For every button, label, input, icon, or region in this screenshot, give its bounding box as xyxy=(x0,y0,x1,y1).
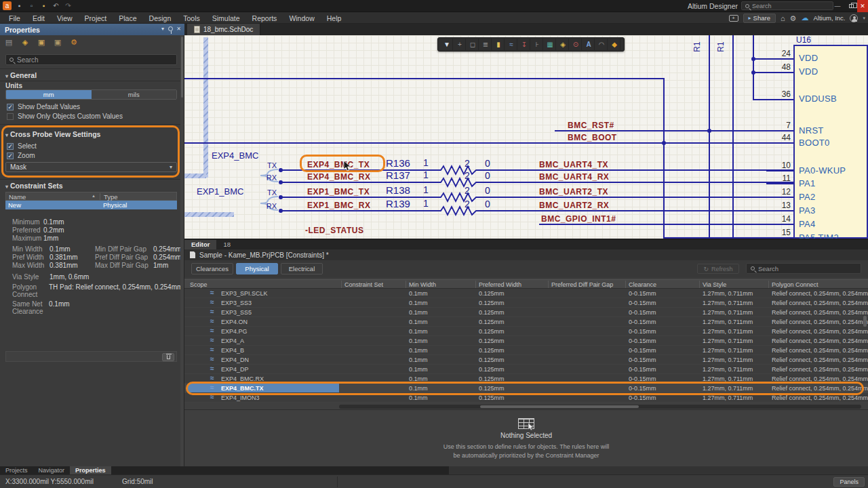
close-button[interactable]: ✕ xyxy=(857,0,868,12)
wire[interactable] xyxy=(663,78,665,239)
resistor-designator[interactable]: R1 xyxy=(692,41,702,52)
tab-projects[interactable]: Projects xyxy=(0,466,33,474)
units-option-mils[interactable]: mils xyxy=(92,90,177,99)
column-scope[interactable]: Scope xyxy=(190,281,208,288)
avatar[interactable] xyxy=(850,14,858,22)
resistor-designator[interactable]: R1 xyxy=(716,41,726,52)
tab-electrical[interactable]: Electrical xyxy=(281,263,323,274)
align-icon[interactable]: ≣ xyxy=(480,39,492,50)
menu-view[interactable]: View xyxy=(51,14,79,22)
bus-line[interactable] xyxy=(203,37,208,178)
column-min-width[interactable]: Min Width xyxy=(409,281,436,288)
pin-wire[interactable] xyxy=(766,183,793,184)
wire[interactable] xyxy=(483,210,793,211)
cross-probe-zoom-checkbox[interactable]: ✓ Zoom xyxy=(7,152,35,159)
wire[interactable] xyxy=(184,78,663,79)
pin-wire[interactable] xyxy=(766,130,793,131)
save-all-icon[interactable]: ▫ xyxy=(27,1,36,10)
constraint-set-input[interactable] xyxy=(5,351,177,362)
wire[interactable] xyxy=(555,130,793,131)
section-general[interactable]: ▾General xyxy=(5,71,37,79)
column-via-style[interactable]: Via Style xyxy=(703,281,726,288)
editor-tab[interactable]: Editor xyxy=(184,240,216,249)
wire[interactable] xyxy=(753,58,793,60)
menu-reports[interactable]: Reports xyxy=(246,14,283,22)
bus-line[interactable] xyxy=(184,212,234,217)
menu-window[interactable]: Window xyxy=(283,14,320,22)
menu-help[interactable]: Help xyxy=(321,14,348,22)
resistor-symbol[interactable] xyxy=(437,164,483,176)
net-label[interactable]: EXP4_BMC_RX xyxy=(307,172,371,182)
column-clearance[interactable]: Clearance xyxy=(629,281,656,288)
share-button[interactable]: ▸ Share xyxy=(743,14,776,23)
column-type[interactable]: Type xyxy=(104,193,118,201)
panel-menu-icon[interactable]: ▾ xyxy=(161,26,164,32)
wire[interactable] xyxy=(732,35,734,239)
pin-wire[interactable] xyxy=(766,210,793,211)
menu-project[interactable]: Project xyxy=(79,14,113,22)
menu-simulate[interactable]: Simulate xyxy=(206,14,246,22)
section-cross-probe[interactable]: ▾Cross Probe View Settings xyxy=(5,130,100,138)
open-document-icon[interactable]: ▪ xyxy=(39,1,48,10)
filter-icon[interactable]: ▼ xyxy=(441,39,453,50)
net-label[interactable]: BMC_BOOT xyxy=(568,133,617,142)
menu-design[interactable]: Design xyxy=(143,14,178,22)
bus-line[interactable] xyxy=(184,174,206,178)
table-row[interactable]: ≈EXP3_SPI.SCLK0.1mm0.125mm0-0.15mm1.27mm… xyxy=(184,289,868,298)
net-label-icon[interactable]: ◈ xyxy=(557,39,569,50)
wire[interactable] xyxy=(280,197,437,198)
ic-designator[interactable]: U16 xyxy=(796,35,811,45)
table-row[interactable]: ≈EXP3_SS50.1mm0.125mm0-0.15mm1.27mm, 0.7… xyxy=(184,308,868,317)
column-polygon-connect[interactable]: Polygon Connect xyxy=(772,281,818,288)
delete-button[interactable] xyxy=(162,353,174,361)
menu-tools[interactable]: Tools xyxy=(177,14,206,22)
vertical-scrollbar[interactable] xyxy=(863,289,867,403)
scrollbar-thumb[interactable] xyxy=(863,316,867,327)
net-label[interactable]: EXP1_BMC_TX xyxy=(307,187,370,197)
save-icon[interactable]: ▪ xyxy=(15,1,24,10)
global-search-input[interactable]: Search xyxy=(741,1,833,10)
gear-icon[interactable]: ⚙ xyxy=(790,14,797,23)
directive-icon[interactable]: ⊙ xyxy=(570,39,582,50)
altium-logo-icon[interactable]: a xyxy=(3,1,12,10)
section-constraint-sets[interactable]: ▾Constraint Sets xyxy=(5,182,63,190)
menu-place[interactable]: Place xyxy=(113,14,142,22)
menu-file[interactable]: File xyxy=(3,14,26,22)
grid-view-icon[interactable]: ▤ xyxy=(4,37,14,47)
wire[interactable] xyxy=(483,197,793,198)
panels-button[interactable]: Panels xyxy=(833,477,865,487)
undo-icon[interactable]: ↶ xyxy=(52,1,60,10)
settings-gear-icon[interactable]: ⚙ xyxy=(69,37,79,47)
resistor-designator[interactable]: R139 xyxy=(386,198,410,209)
column-name[interactable]: Name xyxy=(9,193,26,201)
pin-wire[interactable] xyxy=(766,197,793,198)
table-row[interactable]: ≈EXP4_BMC.TX0.1mm0.125mm0-0.15mm1.27mm, … xyxy=(184,384,868,393)
wire[interactable] xyxy=(483,182,793,183)
column-constraint-set[interactable]: Constraint Set xyxy=(344,281,383,288)
cross-probe-select-checkbox[interactable]: ✓ Select xyxy=(7,142,37,150)
table-row[interactable]: ≈EXP4_IMON30.1mm0.125mm0-0.15mm1.27mm, 0… xyxy=(184,393,868,403)
restore-button[interactable] xyxy=(845,0,857,12)
panel-close-icon[interactable]: ✕ xyxy=(176,26,181,32)
resistor-symbol[interactable] xyxy=(437,191,483,203)
harness-label[interactable]: EXP1_BMC xyxy=(197,186,243,197)
sheet-symbol-icon[interactable]: ▦ xyxy=(545,39,556,50)
wire[interactable] xyxy=(483,169,793,171)
table-row[interactable]: ≈EXP4_DP0.1mm0.125mm0-0.15mm1.27mm, 0.71… xyxy=(184,365,868,374)
wire[interactable] xyxy=(184,142,793,144)
power-port-icon[interactable]: ↧ xyxy=(519,39,530,50)
horizontal-scrollbar[interactable] xyxy=(339,405,861,409)
arc-icon[interactable]: ◠ xyxy=(596,39,608,50)
editor-tab-18[interactable]: 18 xyxy=(216,240,237,249)
wire[interactable] xyxy=(753,72,793,73)
properties-search-input[interactable]: Search xyxy=(5,54,177,65)
pin-wire[interactable] xyxy=(766,224,793,225)
units-option-mm[interactable]: mm xyxy=(6,90,92,99)
wire[interactable] xyxy=(280,169,437,171)
constraints-search-input[interactable]: Search xyxy=(746,263,861,274)
scrollbar-thumb[interactable] xyxy=(181,37,183,98)
folder-settings-icon[interactable]: ▣ xyxy=(53,37,62,47)
net-label[interactable]: BMC_UART2_TX xyxy=(539,187,608,197)
pin-wire[interactable] xyxy=(766,142,793,144)
tab-clearances[interactable]: Clearances xyxy=(191,263,233,274)
